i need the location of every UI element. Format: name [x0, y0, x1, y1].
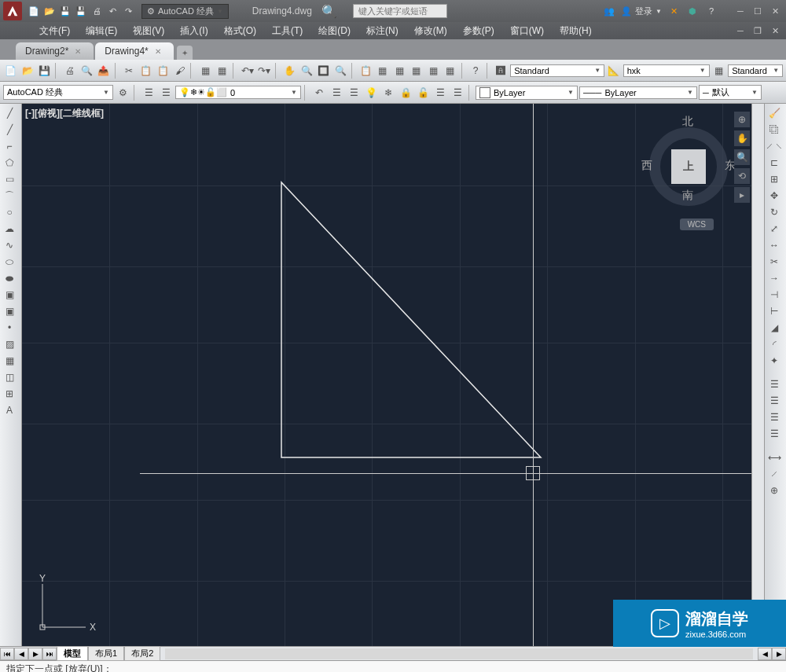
layer-unlock-icon[interactable]: 🔓 — [415, 85, 431, 101]
print-icon[interactable]: 🖨 — [62, 63, 77, 79]
xline-icon[interactable]: ╱ — [2, 122, 17, 138]
extend-icon[interactable]: → — [766, 270, 782, 286]
save-icon[interactable]: 💾 — [37, 63, 52, 79]
mirror-icon[interactable]: ⟋⟍ — [766, 138, 782, 154]
layer-mgr-icon[interactable]: ☰ — [141, 85, 156, 101]
menu-help[interactable]: 帮助(H) — [552, 24, 600, 38]
zoom-prev-icon[interactable]: 🔍 — [332, 63, 347, 79]
layer-frz-icon[interactable]: ❄ — [380, 85, 396, 101]
viewcube-south[interactable]: 南 — [682, 189, 693, 203]
orbit-icon[interactable]: ⟲ — [734, 168, 750, 184]
rotate-icon[interactable]: ↻ — [766, 204, 782, 220]
layer-lock-icon[interactable]: 🔒 — [398, 85, 413, 101]
ellipse-arc-icon[interactable]: ⬬ — [2, 270, 17, 286]
redo-icon[interactable]: ↷ — [121, 4, 135, 18]
vertical-scrollbar[interactable] — [751, 104, 764, 646]
explode-icon[interactable]: ✦ — [766, 353, 782, 369]
stay-icon[interactable]: ⬢ — [685, 4, 700, 18]
close-icon[interactable]: ✕ — [155, 47, 161, 56]
menu-insert[interactable]: 插入(I) — [172, 24, 215, 38]
search-icon[interactable]: 🔍 — [321, 4, 337, 19]
cut-icon[interactable]: ✂ — [122, 63, 137, 79]
draworder3-icon[interactable]: ☰ — [766, 409, 782, 425]
rectangle-icon[interactable]: ▭ — [2, 171, 17, 187]
menu-draw[interactable]: 绘图(D) — [310, 24, 358, 38]
publish-icon[interactable]: 📤 — [96, 63, 111, 79]
new-icon[interactable]: 📄 — [3, 63, 18, 79]
tool-palette-icon[interactable]: ▦ — [392, 63, 407, 79]
dim-more-icon[interactable]: ⊕ — [766, 483, 782, 498]
draworder-icon[interactable]: ☰ — [766, 376, 782, 392]
scroll-left-icon[interactable]: ◀ — [758, 648, 772, 660]
ellipse-icon[interactable]: ⬭ — [2, 254, 17, 270]
wcs-badge[interactable]: WCS — [680, 218, 714, 230]
file-tab[interactable]: Drawing4* ✕ — [95, 42, 173, 60]
offset-icon[interactable]: ⊏ — [766, 155, 782, 171]
dim-aligned-icon[interactable]: ⟋ — [766, 466, 782, 482]
linetype-dropdown[interactable]: ───ByLayer▼ — [579, 86, 697, 99]
open-icon[interactable]: 📂 — [20, 63, 35, 79]
dim-linear-icon[interactable]: ⟷ — [766, 450, 782, 465]
close-button[interactable]: ✕ — [767, 5, 783, 17]
arc-icon[interactable]: ⌒ — [2, 188, 17, 204]
tabs-first-icon[interactable]: ⏮ — [0, 648, 14, 660]
insert-icon[interactable]: ▣ — [2, 287, 17, 303]
erase-icon[interactable]: 🧹 — [766, 105, 782, 121]
menu-format[interactable]: 格式(O) — [216, 24, 264, 38]
menu-file[interactable]: 文件(F) — [31, 24, 78, 38]
workspace-dropdown[interactable]: ⚙ AutoCAD 经典 ▼ — [141, 4, 229, 19]
fillet-icon[interactable]: ◜ — [766, 336, 782, 352]
redo-icon[interactable]: ↷▾ — [257, 63, 272, 79]
block-create-icon[interactable]: ▣ — [2, 303, 17, 319]
trim-icon[interactable]: ✂ — [766, 254, 782, 270]
copy-obj-icon[interactable]: ⿻ — [766, 122, 782, 138]
saveas-icon[interactable]: 💾 — [74, 4, 88, 18]
hatch-icon[interactable]: ▨ — [2, 336, 17, 352]
block2-icon[interactable]: ▦ — [215, 63, 230, 79]
menu-parametric[interactable]: 参数(P) — [455, 24, 502, 38]
draworder4-icon[interactable]: ☰ — [766, 426, 782, 442]
undo-icon[interactable]: ↶▾ — [240, 63, 255, 79]
viewcube-north[interactable]: 北 — [682, 115, 693, 129]
pline-icon[interactable]: ⌐ — [2, 138, 17, 154]
zoom-rt-icon[interactable]: 🔍 — [299, 63, 314, 79]
mtext-icon[interactable]: A — [2, 402, 17, 418]
lineweight-dropdown[interactable]: ─默认▼ — [699, 85, 762, 100]
join-icon[interactable]: ⊢ — [766, 303, 782, 319]
help-icon[interactable]: ? — [468, 63, 483, 79]
dim-style-dropdown[interactable]: hxk▼ — [623, 64, 710, 77]
pan-icon[interactable]: ✋ — [734, 130, 750, 146]
paste-icon[interactable]: 📋 — [156, 63, 171, 79]
viewcube-west[interactable]: 西 — [641, 159, 652, 173]
revcloud-icon[interactable]: ☁ — [2, 221, 17, 237]
scroll-right-icon[interactable]: ▶ — [772, 648, 786, 660]
scale-icon[interactable]: ⤢ — [766, 221, 782, 237]
menu-tools[interactable]: 工具(T) — [264, 24, 310, 38]
app-logo-icon[interactable] — [3, 2, 22, 20]
menu-view[interactable]: 视图(V) — [125, 24, 172, 38]
menu-window[interactable]: 窗口(W) — [502, 24, 552, 38]
table-style-dropdown[interactable]: Standard▼ — [728, 64, 783, 77]
new-tab-button[interactable]: ✦ — [177, 46, 193, 60]
layer-states-icon[interactable]: ☰ — [158, 85, 174, 101]
draworder2-icon[interactable]: ☰ — [766, 393, 782, 409]
polygon-icon[interactable]: ⬠ — [2, 155, 17, 171]
sheetset-icon[interactable]: ▦ — [409, 63, 424, 79]
style1-icon[interactable]: 🅰 — [494, 63, 509, 79]
layer-prev-icon[interactable]: ↶ — [311, 85, 327, 101]
minimize-button[interactable]: ─ — [733, 5, 748, 17]
workspace-settings-icon[interactable]: ⚙ — [115, 85, 130, 101]
workspace-dropdown-2[interactable]: AutoCAD 经典▼ — [3, 85, 113, 100]
properties-icon[interactable]: 📋 — [358, 63, 373, 79]
print-icon[interactable]: 🖨 — [90, 4, 104, 18]
gradient-icon[interactable]: ▦ — [2, 353, 17, 369]
preview-icon[interactable]: 🔍 — [79, 63, 94, 79]
login-button[interactable]: 👤登录▼ — [621, 6, 662, 17]
save-icon[interactable]: 💾 — [58, 4, 72, 18]
zoom-icon[interactable]: 🔍 — [734, 149, 750, 165]
chamfer-icon[interactable]: ◢ — [766, 320, 782, 336]
circle-icon[interactable]: ○ — [2, 204, 17, 220]
table-icon[interactable]: ▦ — [711, 63, 726, 79]
new-icon[interactable]: 📄 — [27, 4, 41, 18]
sheet-tab-model[interactable]: 模型 — [57, 646, 88, 661]
